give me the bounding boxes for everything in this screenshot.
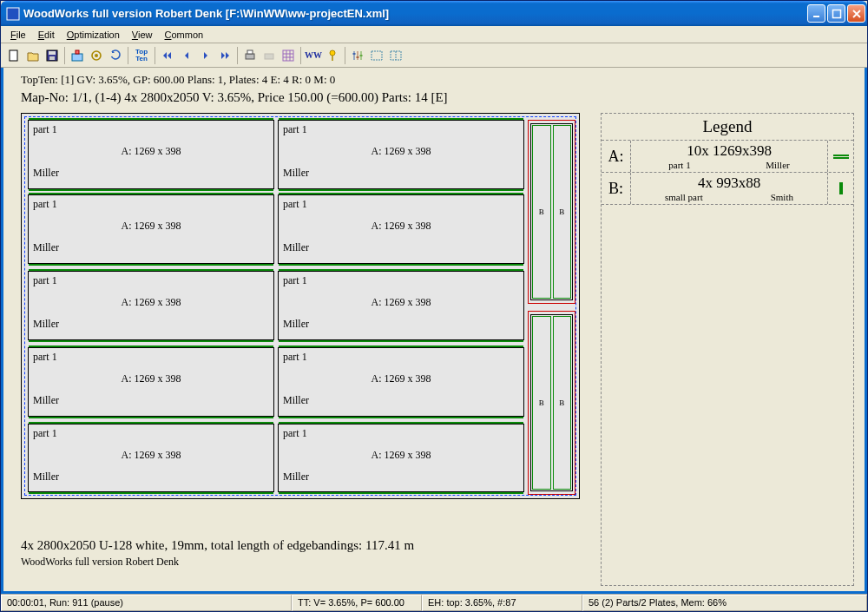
plate-summary: 4x 2800x2050 U-128 white, 19mm, total le… bbox=[21, 538, 414, 553]
toolbar: Top Ten WW bbox=[1, 43, 867, 68]
part-cell[interactable]: part 1A: 1269 x 398Miller bbox=[28, 424, 274, 492]
map-info: Map-No: 1/1, (1-4) 4x 2800x2050 V: 3.65%… bbox=[21, 90, 448, 105]
titlebar: WoodWorks full version Robert Denk [F:\W… bbox=[1, 1, 867, 26]
pin-icon[interactable] bbox=[323, 46, 342, 65]
svg-rect-12 bbox=[247, 50, 253, 54]
svg-rect-14 bbox=[283, 50, 293, 61]
new-icon[interactable] bbox=[4, 46, 23, 65]
part-cell[interactable]: part 1A: 1269 x 398Miller bbox=[278, 347, 524, 417]
dash2-icon[interactable] bbox=[386, 46, 405, 65]
svg-rect-7 bbox=[72, 54, 82, 61]
part-cell[interactable]: part 1A: 1269 x 398Miller bbox=[28, 194, 274, 264]
part-b-group[interactable]: BB bbox=[528, 311, 575, 495]
menu-optimization[interactable]: Optimization bbox=[61, 28, 126, 42]
menu-view[interactable]: View bbox=[126, 28, 159, 42]
status-eh: EH: top: 3.65%, #:87 bbox=[422, 595, 582, 611]
svg-rect-13 bbox=[265, 54, 273, 59]
svg-rect-1 bbox=[813, 16, 819, 17]
part-cell[interactable]: part 1A: 1269 x 398Miller bbox=[278, 271, 524, 340]
window-title: WoodWorks full version Robert Denk [F:\W… bbox=[23, 7, 807, 20]
svg-rect-3 bbox=[10, 50, 17, 61]
legend-swatch-a bbox=[827, 141, 853, 172]
svg-rect-11 bbox=[246, 54, 254, 59]
props-icon[interactable] bbox=[68, 46, 87, 65]
part-cell[interactable]: part 1A: 1269 x 398Miller bbox=[28, 271, 274, 340]
legend-panel: Legend A: 10x 1269x398 part 1Miller B: 4… bbox=[601, 113, 854, 586]
ww-icon[interactable]: WW bbox=[304, 46, 323, 65]
sliders-icon[interactable] bbox=[348, 46, 367, 65]
footer-credit: WoodWorks full version Robert Denk bbox=[21, 556, 179, 569]
cut-plan[interactable]: part 1A: 1269 x 398Miller part 1A: 1269 … bbox=[21, 113, 580, 499]
status-mem: 56 (2) Parts/2 Plates, Mem: 66% bbox=[582, 595, 867, 611]
save-icon[interactable] bbox=[43, 46, 62, 65]
status-tt: TT: V= 3.65%, P= 600.00 bbox=[292, 595, 422, 611]
topten-info: TopTen: [1] GV: 3.65%, GP: 600.00 Plans:… bbox=[21, 73, 335, 87]
print-icon[interactable] bbox=[240, 46, 260, 65]
open-icon[interactable] bbox=[23, 46, 43, 65]
svg-rect-2 bbox=[832, 10, 840, 17]
grid-icon[interactable] bbox=[279, 46, 298, 65]
status-runtime: 00:00:01, Run: 911 (pause) bbox=[1, 595, 292, 611]
part-cell[interactable]: part 1A: 1269 x 398Miller bbox=[278, 194, 524, 264]
client-area: TopTen: [1] GV: 3.65%, GP: 600.00 Plans:… bbox=[1, 68, 867, 594]
part-cell[interactable]: part 1A: 1269 x 398Miller bbox=[28, 347, 274, 417]
topten-button[interactable]: Top Ten bbox=[131, 46, 152, 65]
svg-rect-6 bbox=[49, 56, 55, 60]
minimize-button[interactable] bbox=[807, 4, 825, 23]
svg-rect-8 bbox=[76, 50, 79, 54]
print2-icon[interactable] bbox=[260, 46, 279, 65]
svg-rect-0 bbox=[7, 8, 19, 20]
svg-rect-5 bbox=[49, 51, 56, 55]
svg-rect-26 bbox=[360, 55, 363, 56]
legend-row-b[interactable]: B: 4x 993x88 small partSmith bbox=[602, 173, 853, 205]
legend-title: Legend bbox=[602, 114, 853, 141]
menu-edit[interactable]: Edit bbox=[32, 28, 61, 42]
close-button[interactable] bbox=[847, 4, 865, 23]
part-cell[interactable]: part 1A: 1269 x 398Miller bbox=[278, 424, 524, 492]
reset-icon[interactable] bbox=[87, 46, 106, 65]
dash1-icon[interactable] bbox=[367, 46, 386, 65]
part-cell[interactable]: part 1A: 1269 x 398Miller bbox=[28, 120, 274, 189]
app-icon bbox=[6, 7, 20, 21]
legend-row-a[interactable]: A: 10x 1269x398 part 1Miller bbox=[602, 141, 853, 173]
nav-first-icon[interactable] bbox=[158, 46, 177, 65]
nav-next-icon[interactable] bbox=[196, 46, 215, 65]
svg-point-19 bbox=[330, 50, 335, 56]
legend-swatch-b bbox=[827, 173, 853, 204]
menubar: File Edit Optimization View Common bbox=[1, 26, 867, 43]
part-cell[interactable]: part 1A: 1269 x 398Miller bbox=[278, 120, 524, 189]
svg-rect-27 bbox=[372, 51, 382, 60]
refresh-icon[interactable] bbox=[106, 46, 125, 65]
statusbar: 00:00:01, Run: 911 (pause) TT: V= 3.65%,… bbox=[1, 594, 867, 611]
svg-rect-25 bbox=[357, 56, 359, 58]
nav-last-icon[interactable] bbox=[215, 46, 234, 65]
menu-file[interactable]: File bbox=[4, 28, 32, 42]
svg-point-10 bbox=[95, 54, 98, 57]
part-b-group[interactable]: BB bbox=[528, 120, 575, 304]
nav-prev-icon[interactable] bbox=[177, 46, 196, 65]
menu-common[interactable]: Common bbox=[159, 28, 210, 42]
maximize-button[interactable] bbox=[827, 4, 845, 23]
svg-rect-24 bbox=[353, 53, 356, 55]
